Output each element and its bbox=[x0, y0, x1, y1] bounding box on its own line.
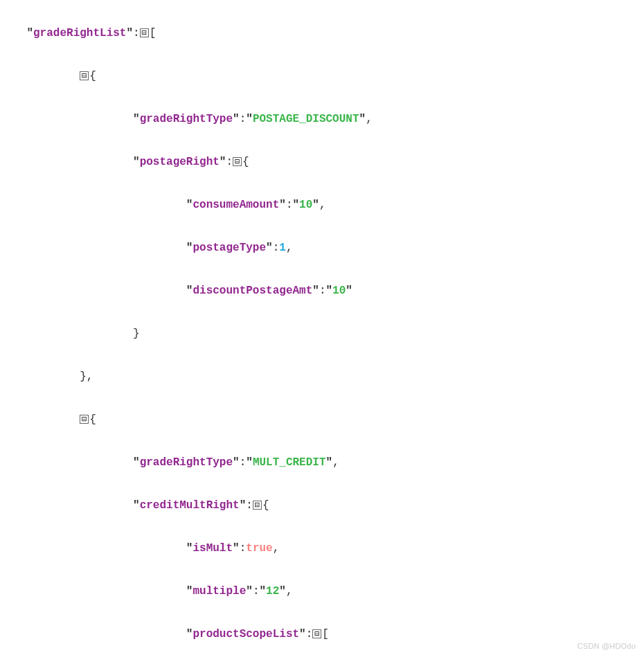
collapse-icon[interactable]: ⊟ bbox=[253, 501, 262, 510]
key-consumeAmount: "consumeAmount" bbox=[186, 199, 286, 211]
val-discountPostageAmt: "10" bbox=[326, 285, 352, 297]
watermark: CSDN @HDOdo bbox=[578, 636, 636, 657]
collapse-icon[interactable]: ⊟ bbox=[140, 28, 149, 37]
collapse-icon[interactable]: ⊟ bbox=[80, 415, 89, 424]
key-discountPostageAmt: "discountPostageAmt" bbox=[186, 285, 319, 297]
key-gradeRightList: "gradeRightList" bbox=[26, 27, 133, 39]
collapse-icon[interactable]: ⊟ bbox=[233, 157, 242, 166]
key-creditMultRight: "creditMultRight" bbox=[133, 499, 246, 512]
val-mult-credit: "MULT_CREDIT" bbox=[246, 456, 332, 469]
val-postage-discount: "POSTAGE_DISCOUNT" bbox=[246, 113, 366, 125]
val-postageType: 1 bbox=[279, 242, 286, 254]
collapse-icon[interactable]: ⊟ bbox=[312, 629, 321, 638]
collapse-icon[interactable]: ⊟ bbox=[80, 71, 89, 80]
key-isMult: "isMult" bbox=[186, 542, 240, 555]
key-postageRight: "postageRight" bbox=[133, 156, 226, 168]
key-multiple: "multiple" bbox=[186, 585, 253, 598]
key-gradeRightType: "gradeRightType" bbox=[133, 113, 240, 125]
json-viewer: "gradeRightList":⊟[ ⊟{ "gradeRightType":… bbox=[0, 0, 644, 664]
key-productScopeList: "productScopeList" bbox=[186, 628, 306, 640]
val-consumeAmount: "10" bbox=[293, 199, 319, 211]
key-postageType: "postageType" bbox=[186, 242, 273, 254]
val-multiple: "12" bbox=[259, 585, 285, 598]
key-gradeRightType: "gradeRightType" bbox=[133, 456, 240, 469]
val-isMult: true bbox=[246, 542, 272, 555]
